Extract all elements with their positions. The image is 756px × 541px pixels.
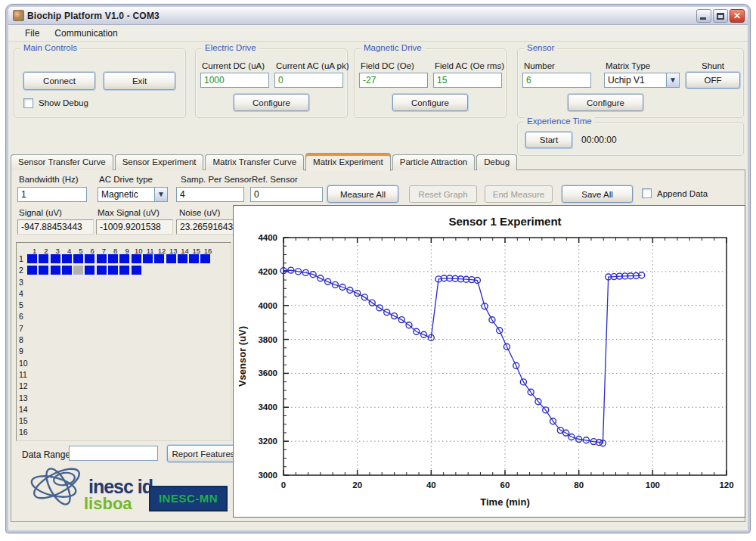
field-dc-input[interactable]	[359, 73, 428, 88]
exit-button[interactable]: Exit	[104, 72, 175, 90]
matrix-cell[interactable]	[39, 266, 48, 275]
samp-per-sensor-input[interactable]	[176, 187, 244, 202]
matrix-cell[interactable]	[39, 254, 48, 263]
matrix-cell[interactable]	[132, 254, 141, 263]
matrix-cell[interactable]	[73, 266, 83, 275]
svg-text:4200: 4200	[258, 267, 277, 276]
group-sensor: Sensor Number Matrix Type Uchip V1 ▼ Shu…	[517, 48, 744, 118]
matrix-rows: 12345678910111213141516	[17, 253, 231, 439]
group-magnetic-drive: Magnetic Drive Field DC (Oe) Field AC (O…	[354, 48, 507, 118]
menu-file[interactable]: File	[17, 26, 47, 40]
matrix-cell[interactable]	[51, 266, 60, 275]
matrix-cell[interactable]	[200, 254, 210, 263]
reset-graph-button[interactable]: Reset Graph	[409, 185, 477, 203]
chevron-down-icon[interactable]: ▼	[666, 73, 679, 87]
current-ac-input[interactable]	[274, 73, 343, 88]
experience-time-value: 00:00:00	[581, 135, 617, 145]
noise-label: Noise (uV)	[179, 208, 220, 217]
matrix-row: 16	[17, 427, 231, 438]
matrix-cell[interactable]	[119, 254, 129, 263]
current-dc-input[interactable]	[200, 73, 269, 88]
svg-text:Time (min): Time (min)	[480, 496, 530, 508]
tab-particle-attraction[interactable]: Particle Attraction	[392, 154, 475, 170]
matrix-cell[interactable]	[97, 254, 107, 263]
group-electric-drive: Electric Drive Current DC (uA) Current A…	[195, 48, 348, 118]
svg-text:3200: 3200	[258, 437, 277, 446]
ac-drive-type-select[interactable]: Magnetic ▼	[98, 187, 168, 202]
minimize-icon	[700, 17, 706, 20]
field-ac-input[interactable]	[433, 73, 502, 88]
title-bar[interactable]: Biochip Platform V1.0 - COM3 ✕	[8, 7, 748, 25]
chevron-down-icon[interactable]: ▼	[154, 188, 167, 201]
matrix-row-label: 10	[17, 358, 27, 369]
matrix-cell[interactable]	[143, 254, 153, 263]
matrix-cell[interactable]	[85, 266, 94, 275]
matrix-cell[interactable]	[178, 254, 187, 263]
matrix-cell[interactable]	[62, 266, 72, 275]
magnetic-configure-button[interactable]: Configure	[392, 94, 468, 111]
measure-all-button[interactable]: Measure All	[327, 185, 398, 203]
tab-debug[interactable]: Debug	[476, 154, 517, 170]
matrix-row-label: 16	[17, 427, 27, 438]
matrix-cell[interactable]	[119, 266, 129, 275]
matrix-cell[interactable]	[132, 266, 141, 275]
show-debug-checkbox[interactable]	[23, 98, 33, 108]
close-icon: ✕	[730, 10, 744, 23]
matrix-cell[interactable]	[154, 254, 164, 263]
ref-sensor-label: Ref. Sensor	[252, 175, 298, 184]
matrix-cell[interactable]	[27, 266, 37, 275]
lisboa-logo-text: lisboa	[84, 494, 132, 514]
svg-text:4000: 4000	[258, 301, 277, 310]
matrix-row: 15	[17, 415, 231, 427]
shunt-label: Shunt	[702, 61, 724, 70]
matrix-cell[interactable]	[73, 254, 83, 263]
sensor-number-input[interactable]	[522, 73, 591, 88]
matrix-type-select[interactable]: Uchip V1 ▼	[604, 73, 680, 88]
svg-text:Vsensor (uV): Vsensor (uV)	[237, 326, 248, 387]
ac-drive-type-label: AC Drive type	[99, 175, 153, 184]
bandwidth-input[interactable]	[17, 187, 87, 202]
matrix-type-value: Uchip V1	[605, 73, 666, 87]
save-all-button[interactable]: Save All	[562, 185, 633, 203]
menu-communication[interactable]: Communication	[47, 26, 125, 40]
matrix-cell[interactable]	[108, 254, 118, 263]
matrix-cell[interactable]	[97, 266, 107, 275]
electric-configure-button[interactable]: Configure	[234, 94, 309, 111]
append-data-checkbox[interactable]	[642, 188, 652, 198]
report-features-button[interactable]: Report Features	[167, 445, 240, 462]
matrix-row-label: 3	[17, 277, 27, 288]
tab-matrix-transfer-curve[interactable]: Matrix Transfer Curve	[205, 154, 304, 170]
sensor-configure-button[interactable]: Configure	[568, 94, 643, 111]
sensor-experiment-plot: 0204060801001203000320034003600380040004…	[234, 206, 745, 517]
connect-button[interactable]: Connect	[23, 72, 95, 90]
matrix-cell[interactable]	[51, 254, 60, 263]
start-button[interactable]: Start	[525, 132, 572, 148]
max-signal-label: Max Signal (uV)	[98, 208, 160, 217]
end-measure-button[interactable]: End Measure	[485, 185, 553, 203]
matrix-cell[interactable]	[27, 254, 37, 263]
menu-bar: File Communication	[8, 25, 748, 42]
group-experience-time: Experience Time Start 00:00:00	[517, 122, 744, 156]
shunt-button[interactable]: OFF	[686, 72, 740, 89]
tab-sensor-transfer-curve[interactable]: Sensor Transfer Curve	[11, 154, 113, 170]
matrix-cell[interactable]	[189, 254, 199, 263]
matrix-cell[interactable]	[85, 254, 94, 263]
tab-matrix-experiment[interactable]: Matrix Experiment	[305, 153, 391, 171]
matrix-row-label: 15	[17, 415, 27, 427]
matrix-row: 14	[17, 404, 231, 415]
matrix-row: 1	[17, 253, 231, 265]
tab-sensor-experiment[interactable]: Sensor Experiment	[115, 154, 204, 170]
close-button[interactable]: ✕	[730, 9, 745, 23]
svg-text:100: 100	[646, 480, 660, 490]
maximize-button[interactable]	[713, 9, 728, 23]
matrix-row: 5	[17, 300, 231, 311]
svg-text:4400: 4400	[258, 233, 277, 242]
group-title: Experience Time	[524, 117, 595, 126]
matrix-cell[interactable]	[108, 266, 118, 275]
minimize-button[interactable]	[696, 9, 711, 23]
matrix-cell[interactable]	[166, 254, 176, 263]
signal-value: -947.88453443	[17, 219, 94, 235]
ref-sensor-input[interactable]	[250, 187, 323, 202]
matrix-cell[interactable]	[62, 254, 72, 263]
append-data-label: Append Data	[657, 189, 708, 198]
